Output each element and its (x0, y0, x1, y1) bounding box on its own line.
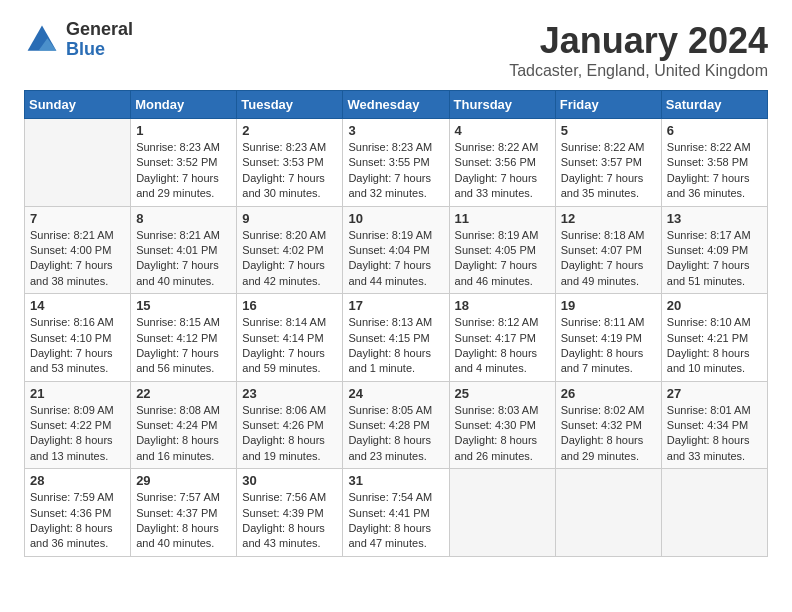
cell-info-line: Sunrise: 8:03 AM (455, 403, 550, 418)
cell-info-line: Sunrise: 7:57 AM (136, 490, 231, 505)
cell-info-line: Sunset: 4:02 PM (242, 243, 337, 258)
day-number: 2 (242, 123, 337, 138)
cell-info-line: Sunset: 4:39 PM (242, 506, 337, 521)
cell-info-line: Daylight: 7 hours (667, 171, 762, 186)
cell-info-line: Sunset: 3:55 PM (348, 155, 443, 170)
header-day-wednesday: Wednesday (343, 91, 449, 119)
cell-info-line: Sunset: 4:14 PM (242, 331, 337, 346)
calendar-cell: 28Sunrise: 7:59 AMSunset: 4:36 PMDayligh… (25, 469, 131, 557)
cell-info-line: Sunset: 4:05 PM (455, 243, 550, 258)
day-number: 29 (136, 473, 231, 488)
logo-blue-text: Blue (66, 40, 133, 60)
cell-info-line: Daylight: 8 hours (242, 521, 337, 536)
cell-info-line: Daylight: 7 hours (136, 346, 231, 361)
calendar-cell: 15Sunrise: 8:15 AMSunset: 4:12 PMDayligh… (131, 294, 237, 382)
cell-info-line: Sunrise: 8:14 AM (242, 315, 337, 330)
cell-info-line: Daylight: 7 hours (348, 258, 443, 273)
calendar-cell: 13Sunrise: 8:17 AMSunset: 4:09 PMDayligh… (661, 206, 767, 294)
cell-info-line: Daylight: 7 hours (455, 171, 550, 186)
cell-info-line: and 44 minutes. (348, 274, 443, 289)
cell-info-line: and 38 minutes. (30, 274, 125, 289)
day-number: 30 (242, 473, 337, 488)
header-day-saturday: Saturday (661, 91, 767, 119)
cell-info-line: and 36 minutes. (30, 536, 125, 551)
calendar-cell: 18Sunrise: 8:12 AMSunset: 4:17 PMDayligh… (449, 294, 555, 382)
calendar-cell: 26Sunrise: 8:02 AMSunset: 4:32 PMDayligh… (555, 381, 661, 469)
cell-info-line: Sunset: 4:07 PM (561, 243, 656, 258)
cell-info-line: and 51 minutes. (667, 274, 762, 289)
day-number: 11 (455, 211, 550, 226)
header-day-tuesday: Tuesday (237, 91, 343, 119)
cell-info-line: Daylight: 7 hours (242, 346, 337, 361)
cell-info-line: and 33 minutes. (455, 186, 550, 201)
cell-info-line: Sunset: 3:52 PM (136, 155, 231, 170)
cell-info-line: and 40 minutes. (136, 274, 231, 289)
day-number: 21 (30, 386, 125, 401)
cell-info-line: Sunset: 4:21 PM (667, 331, 762, 346)
cell-info-line: and 35 minutes. (561, 186, 656, 201)
calendar-cell (555, 469, 661, 557)
calendar-cell: 10Sunrise: 8:19 AMSunset: 4:04 PMDayligh… (343, 206, 449, 294)
calendar-cell: 12Sunrise: 8:18 AMSunset: 4:07 PMDayligh… (555, 206, 661, 294)
cell-info-line: Sunset: 4:28 PM (348, 418, 443, 433)
cell-info-line: Sunrise: 7:54 AM (348, 490, 443, 505)
day-number: 5 (561, 123, 656, 138)
week-row-4: 21Sunrise: 8:09 AMSunset: 4:22 PMDayligh… (25, 381, 768, 469)
cell-info-line: Daylight: 7 hours (561, 171, 656, 186)
day-number: 17 (348, 298, 443, 313)
logo: General Blue (24, 20, 133, 60)
cell-info-line: Sunrise: 8:13 AM (348, 315, 443, 330)
cell-info-line: Sunrise: 8:15 AM (136, 315, 231, 330)
cell-info-line: Daylight: 8 hours (667, 346, 762, 361)
cell-info-line: Sunrise: 8:22 AM (455, 140, 550, 155)
cell-info-line: and 36 minutes. (667, 186, 762, 201)
calendar-cell: 11Sunrise: 8:19 AMSunset: 4:05 PMDayligh… (449, 206, 555, 294)
cell-info-line: Sunrise: 8:17 AM (667, 228, 762, 243)
calendar-title: January 2024 (509, 20, 768, 62)
cell-info-line: Sunrise: 8:02 AM (561, 403, 656, 418)
day-number: 20 (667, 298, 762, 313)
cell-info-line: Sunrise: 8:18 AM (561, 228, 656, 243)
calendar-table: SundayMondayTuesdayWednesdayThursdayFrid… (24, 90, 768, 557)
cell-info-line: Sunset: 4:15 PM (348, 331, 443, 346)
cell-info-line: Sunset: 3:58 PM (667, 155, 762, 170)
cell-info-line: Sunrise: 8:06 AM (242, 403, 337, 418)
cell-info-line: Sunset: 4:30 PM (455, 418, 550, 433)
cell-info-line: and 1 minute. (348, 361, 443, 376)
calendar-cell: 20Sunrise: 8:10 AMSunset: 4:21 PMDayligh… (661, 294, 767, 382)
cell-info-line: Daylight: 7 hours (667, 258, 762, 273)
day-number: 14 (30, 298, 125, 313)
cell-info-line: Sunset: 4:10 PM (30, 331, 125, 346)
cell-info-line: Daylight: 8 hours (455, 346, 550, 361)
cell-info-line: Daylight: 8 hours (136, 521, 231, 536)
cell-info-line: and 56 minutes. (136, 361, 231, 376)
cell-info-line: Sunset: 4:22 PM (30, 418, 125, 433)
cell-info-line: Sunrise: 7:56 AM (242, 490, 337, 505)
cell-info-line: Sunset: 4:34 PM (667, 418, 762, 433)
day-number: 13 (667, 211, 762, 226)
title-block: January 2024 Tadcaster, England, United … (509, 20, 768, 80)
cell-info-line: Daylight: 8 hours (455, 433, 550, 448)
calendar-cell (661, 469, 767, 557)
cell-info-line: Daylight: 7 hours (561, 258, 656, 273)
cell-info-line: Daylight: 8 hours (561, 433, 656, 448)
calendar-cell: 8Sunrise: 8:21 AMSunset: 4:01 PMDaylight… (131, 206, 237, 294)
week-row-1: 1Sunrise: 8:23 AMSunset: 3:52 PMDaylight… (25, 119, 768, 207)
cell-info-line: and 26 minutes. (455, 449, 550, 464)
day-number: 19 (561, 298, 656, 313)
day-number: 1 (136, 123, 231, 138)
cell-info-line: and 32 minutes. (348, 186, 443, 201)
header-row: SundayMondayTuesdayWednesdayThursdayFrid… (25, 91, 768, 119)
cell-info-line: Sunrise: 8:12 AM (455, 315, 550, 330)
cell-info-line: Sunrise: 8:10 AM (667, 315, 762, 330)
day-number: 27 (667, 386, 762, 401)
calendar-cell: 29Sunrise: 7:57 AMSunset: 4:37 PMDayligh… (131, 469, 237, 557)
cell-info-line: Sunrise: 8:22 AM (561, 140, 656, 155)
day-number: 26 (561, 386, 656, 401)
cell-info-line: Sunrise: 8:01 AM (667, 403, 762, 418)
calendar-cell: 25Sunrise: 8:03 AMSunset: 4:30 PMDayligh… (449, 381, 555, 469)
day-number: 10 (348, 211, 443, 226)
cell-info-line: Sunset: 4:17 PM (455, 331, 550, 346)
cell-info-line: Sunset: 4:12 PM (136, 331, 231, 346)
calendar-cell: 1Sunrise: 8:23 AMSunset: 3:52 PMDaylight… (131, 119, 237, 207)
